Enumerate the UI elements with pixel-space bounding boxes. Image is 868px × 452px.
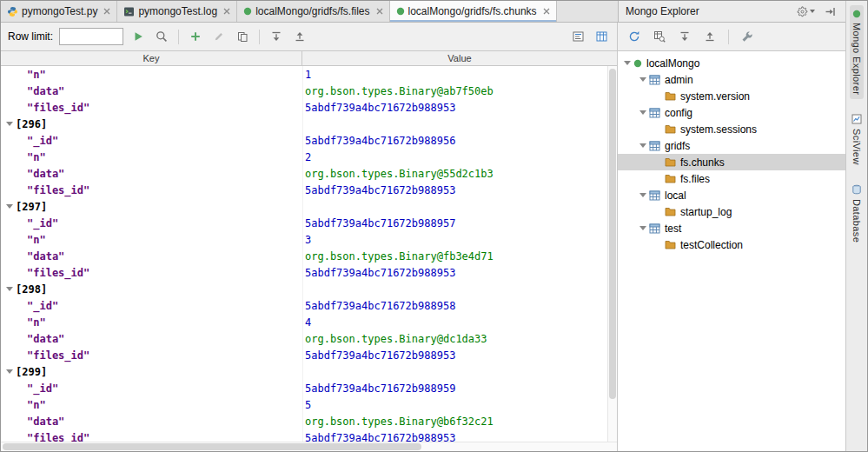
tree-item-test[interactable]: test [618, 220, 845, 236]
grid-row[interactable]: "data"org.bson.types.Binary@dc1da33 [1, 330, 607, 347]
key-cell: "files_id" [1, 349, 302, 362]
tree-item-system.sessions[interactable]: system.sessions [618, 121, 845, 137]
grid-row[interactable]: "_id"5abdf739a4bc71672b988957 [1, 215, 607, 231]
expander-icon[interactable] [637, 226, 649, 230]
close-icon[interactable] [376, 8, 383, 15]
grid-row[interactable]: "files_id"5abdf739a4bc71672b988953 [1, 182, 607, 198]
expand-all-icon[interactable] [268, 28, 285, 45]
collapse-toggle-icon[interactable] [3, 204, 16, 209]
run-query-button[interactable] [129, 28, 147, 45]
editor-tab[interactable]: pymongoTest.log [117, 1, 237, 22]
results-grid: "n"1"data"org.bson.types.Binary@ab7f50eb… [1, 66, 607, 442]
sciview-icon [851, 114, 862, 124]
grid-row[interactable]: "n"1 [1, 66, 607, 83]
expander-icon[interactable] [621, 61, 633, 65]
document-structure-icon[interactable] [569, 28, 586, 45]
editor-tab[interactable]: localMongo/gridfs/fs.chunks [390, 1, 557, 22]
tree-item-local[interactable]: local [618, 187, 845, 203]
tree-item-localMongo[interactable]: localMongo [618, 55, 845, 71]
key-cell: [297] [1, 201, 302, 213]
key-cell: "data" [1, 415, 302, 428]
tree-item-startup_log[interactable]: startup_log [618, 203, 845, 220]
collapse-all-icon[interactable] [291, 28, 308, 45]
expander-icon[interactable] [637, 110, 649, 115]
grid-row[interactable]: "n"4 [1, 314, 607, 330]
collection-folder-icon [665, 174, 676, 183]
horizontal-scrollbar[interactable] [1, 442, 617, 451]
gear-icon[interactable] [797, 3, 814, 20]
grid-row[interactable]: [299] [1, 363, 607, 380]
close-icon[interactable] [103, 8, 110, 15]
hide-panel-icon[interactable] [821, 3, 838, 20]
edit-document-button[interactable] [210, 28, 228, 45]
tool-window-button-database[interactable]: Database [850, 180, 864, 247]
expander-icon[interactable] [637, 143, 649, 148]
collapse-toggle-icon[interactable] [3, 287, 16, 291]
grid-row[interactable]: "_id"5abdf739a4bc71672b988956 [1, 132, 607, 149]
value-column-header[interactable]: Value [302, 51, 617, 65]
editor-tab[interactable]: localMongo/gridfs/fs.files [237, 1, 389, 22]
key-cell: "n" [1, 316, 302, 329]
expander-icon[interactable] [637, 77, 649, 82]
tree-item-label: system.version [680, 90, 750, 103]
tree-item-system.version[interactable]: system.version [618, 88, 845, 104]
tree-item-fs.files[interactable]: fs.files [618, 170, 845, 187]
key-text: "data" [27, 85, 64, 97]
grid-row[interactable]: "files_id"5abdf739a4bc71672b988953 [1, 347, 607, 363]
copy-button[interactable] [234, 28, 251, 45]
row-limit-input[interactable] [59, 28, 123, 45]
tree-item-label: localMongo [646, 57, 699, 70]
scrollbar-thumb[interactable] [3, 443, 421, 450]
value-cell: 5abdf739a4bc71672b988953 [302, 432, 607, 442]
vertical-scrollbar[interactable] [607, 66, 617, 442]
mongo-shell-icon[interactable] [739, 28, 756, 45]
collapse-toggle-icon[interactable] [3, 369, 16, 374]
grid-row[interactable]: "data"org.bson.types.Binary@fb3e4d71 [1, 248, 607, 264]
grid-row[interactable]: "files_id"5abdf739a4bc71672b988953 [1, 99, 607, 116]
key-column-header[interactable]: Key [1, 51, 302, 65]
refresh-icon[interactable] [626, 28, 643, 45]
find-collection-icon[interactable] [651, 28, 668, 45]
tree-item-fs.chunks[interactable]: fs.chunks [618, 154, 845, 170]
collapse-all-icon[interactable] [701, 28, 719, 45]
key-text: "data" [27, 333, 64, 345]
grid-row[interactable]: "n"3 [1, 231, 607, 248]
tool-window-button-mongo-explorer[interactable]: Mongo Explorer [850, 5, 864, 99]
grid-row[interactable]: "_id"5abdf739a4bc71672b988958 [1, 297, 607, 314]
search-icon[interactable] [153, 28, 170, 45]
add-document-button[interactable] [187, 28, 204, 45]
collapse-toggle-icon[interactable] [3, 122, 16, 126]
grid-row[interactable]: "data"org.bson.types.Binary@b6f32c21 [1, 413, 607, 429]
grid-row[interactable]: "files_id"5abdf739a4bc71672b988953 [1, 429, 607, 442]
key-cell: "n" [1, 399, 302, 411]
grid-row[interactable]: "files_id"5abdf739a4bc71672b988953 [1, 264, 607, 281]
tree-item-testCollection[interactable]: testCollection [618, 236, 845, 253]
mongo-collection-icon [243, 7, 252, 16]
editor-tab[interactable]: pymongoTest.py [1, 1, 117, 22]
grid-row[interactable]: "n"5 [1, 396, 607, 413]
value-cell: 5abdf739a4bc71672b988958 [302, 300, 607, 312]
tree-item-admin[interactable]: admin [618, 71, 845, 88]
tab-label: pymongoTest.py [22, 5, 97, 17]
tool-window-button-sciview[interactable]: SciView [850, 110, 864, 170]
value-cell: 5abdf739a4bc71672b988953 [302, 349, 607, 362]
scrollbar-thumb[interactable] [609, 69, 616, 399]
key-cell: [296] [1, 118, 302, 130]
tree-item-gridfs[interactable]: gridfs [618, 137, 845, 154]
expand-all-icon[interactable] [676, 28, 693, 45]
grid-row[interactable]: "n"2 [1, 149, 607, 165]
key-cell: [299] [1, 366, 302, 378]
grid-row[interactable]: [296] [1, 116, 607, 132]
table-view-icon[interactable] [593, 28, 610, 45]
tree-item-config[interactable]: config [618, 104, 845, 121]
grid-row[interactable]: "data"org.bson.types.Binary@55d2c1b3 [1, 165, 607, 182]
close-icon[interactable] [543, 8, 550, 15]
key-text: "n" [27, 316, 46, 329]
grid-row[interactable]: "data"org.bson.types.Binary@ab7f50eb [1, 83, 607, 99]
expander-icon[interactable] [637, 193, 649, 197]
grid-row[interactable]: [298] [1, 281, 607, 297]
grid-row[interactable]: [297] [1, 198, 607, 215]
grid-row[interactable]: "_id"5abdf739a4bc71672b988959 [1, 380, 607, 396]
close-icon[interactable] [223, 8, 230, 15]
value-text: 5abdf739a4bc71672b988956 [305, 135, 455, 147]
